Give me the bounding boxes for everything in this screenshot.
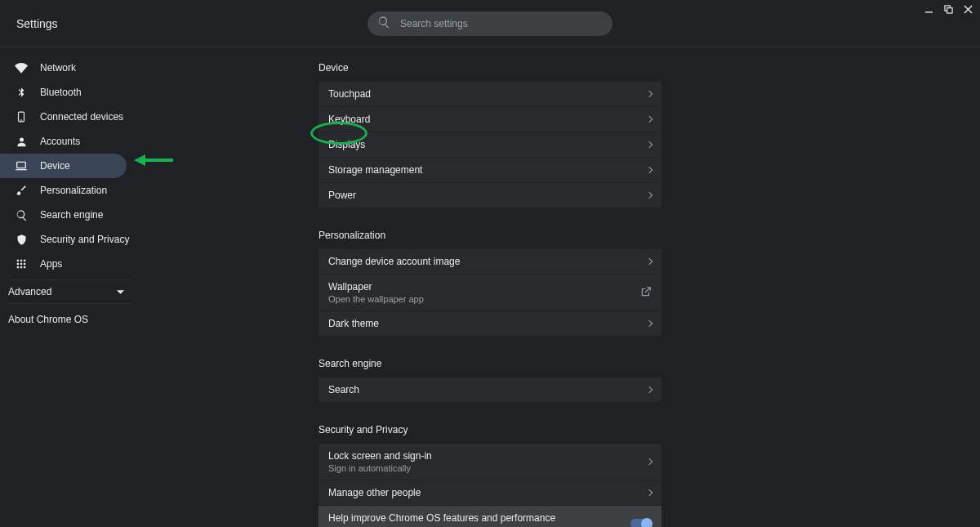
- svg-rect-16: [24, 266, 25, 268]
- search-icon: [377, 16, 390, 32]
- row-label: Keyboard: [328, 114, 370, 125]
- settings-row[interactable]: Power: [318, 183, 662, 208]
- brush-icon: [14, 183, 29, 198]
- sidebar-item-label: Device: [40, 160, 70, 172]
- chevron-right-icon: [646, 489, 653, 496]
- svg-rect-14: [17, 266, 19, 268]
- advanced-label: Advanced: [8, 286, 51, 297]
- sidebar-item-search-engine[interactable]: Search engine: [0, 203, 139, 227]
- section-title: Personalization: [318, 225, 662, 249]
- svg-rect-13: [24, 263, 25, 265]
- settings-row[interactable]: Lock screen and sign-inSign in automatic…: [318, 444, 662, 480]
- section-title: Security and Privacy: [318, 419, 662, 444]
- chevron-right-icon: [646, 141, 653, 148]
- search-icon: [14, 208, 29, 222]
- svg-rect-8: [17, 260, 19, 261]
- svg-rect-15: [20, 266, 22, 268]
- chevron-right-icon: [646, 258, 653, 265]
- apps-icon: [14, 257, 29, 271]
- settings-row[interactable]: Storage management: [318, 158, 662, 183]
- sidebar-item-device[interactable]: Device: [0, 154, 127, 178]
- toggle-switch[interactable]: [630, 519, 652, 527]
- svg-rect-12: [20, 263, 22, 265]
- search-input[interactable]: [400, 18, 603, 29]
- settings-row[interactable]: Dark theme: [318, 311, 662, 337]
- sidebar-item-label: Personalization: [40, 185, 107, 196]
- row-label: Change device account image: [328, 256, 460, 267]
- sidebar-item-label: Search engine: [40, 209, 103, 221]
- row-label: Storage management: [328, 164, 422, 176]
- person-icon: [14, 134, 29, 149]
- sidebar: Network Bluetooth Connected devices Acco…: [0, 47, 139, 527]
- settings-row[interactable]: Touchpad: [318, 82, 662, 107]
- sidebar-item-label: Connected devices: [40, 111, 123, 123]
- settings-row[interactable]: Help improve Chrome OS features and perf…: [318, 506, 662, 527]
- chevron-right-icon: [646, 386, 653, 393]
- sidebar-item-connected-devices[interactable]: Connected devices: [0, 105, 139, 129]
- chevron-right-icon: [646, 91, 653, 97]
- row-sublabel: Sign in automatically: [328, 463, 432, 473]
- row-label: Help improve Chrome OS features and perf…: [328, 512, 557, 524]
- settings-row[interactable]: Keyboard: [318, 107, 662, 132]
- svg-rect-9: [20, 260, 22, 261]
- sidebar-item-label: Bluetooth: [40, 87, 82, 98]
- sidebar-about[interactable]: About Chrome OS: [0, 304, 139, 335]
- main-content: DeviceTouchpadKeyboardDisplaysStorage ma…: [139, 47, 980, 527]
- svg-rect-6: [17, 162, 26, 167]
- settings-row[interactable]: Change device account image: [318, 249, 662, 275]
- wifi-icon: [14, 60, 29, 75]
- svg-point-5: [20, 137, 24, 141]
- sidebar-item-bluetooth[interactable]: Bluetooth: [0, 80, 139, 105]
- sidebar-item-label: Apps: [40, 258, 62, 270]
- row-label: Manage other people: [328, 487, 421, 498]
- row-label: Dark theme: [328, 318, 379, 329]
- sidebar-advanced[interactable]: Advanced: [8, 279, 131, 304]
- svg-rect-11: [17, 263, 19, 265]
- chevron-right-icon: [646, 458, 653, 465]
- svg-rect-10: [24, 260, 25, 261]
- settings-row[interactable]: Displays: [318, 132, 662, 158]
- section-title: Search engine: [318, 353, 662, 377]
- chevron-right-icon: [646, 320, 653, 327]
- row-label: Wallpaper: [328, 281, 424, 293]
- section-title: Device: [318, 57, 662, 82]
- sidebar-item-apps[interactable]: Apps: [0, 252, 139, 276]
- sidebar-item-personalization[interactable]: Personalization: [0, 178, 139, 203]
- search-box[interactable]: [368, 11, 612, 36]
- row-label: Displays: [328, 139, 365, 150]
- settings-row[interactable]: Search: [318, 377, 662, 403]
- laptop-icon: [14, 159, 29, 173]
- chevron-right-icon: [646, 167, 653, 173]
- phone-icon: [14, 109, 29, 124]
- row-label: Lock screen and sign-in: [328, 450, 432, 462]
- sidebar-item-label: Security and Privacy: [40, 234, 129, 245]
- sidebar-item-label: Network: [40, 62, 76, 74]
- sidebar-item-security-privacy[interactable]: Security and Privacy: [0, 227, 139, 252]
- chevron-right-icon: [646, 192, 653, 199]
- row-sublabel: Open the wallpaper app: [328, 294, 424, 304]
- row-label: Touchpad: [328, 88, 371, 100]
- sidebar-item-label: Accounts: [40, 136, 80, 147]
- about-label: About Chrome OS: [8, 314, 88, 325]
- chevron-right-icon: [646, 116, 653, 123]
- bluetooth-icon: [14, 85, 29, 100]
- header: Settings: [0, 0, 980, 47]
- settings-row[interactable]: WallpaperOpen the wallpaper app: [318, 275, 662, 311]
- settings-row[interactable]: Manage other people: [318, 480, 662, 506]
- sidebar-item-accounts[interactable]: Accounts: [0, 129, 139, 154]
- page-title: Settings: [16, 17, 58, 30]
- shield-icon: [14, 232, 29, 247]
- sidebar-item-network[interactable]: Network: [0, 56, 139, 80]
- row-label: Power: [328, 190, 356, 201]
- chevron-down-icon: [117, 286, 124, 297]
- row-label: Search: [328, 384, 359, 395]
- external-link-icon: [640, 286, 652, 300]
